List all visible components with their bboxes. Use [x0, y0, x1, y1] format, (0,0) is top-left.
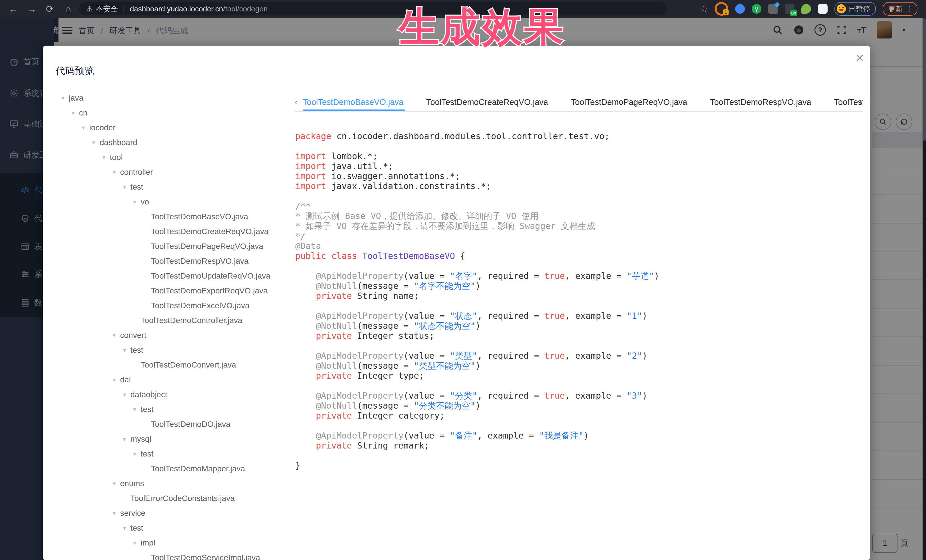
- tree-caret-icon[interactable]: ▾: [113, 376, 120, 383]
- tree-caret-icon[interactable]: ▾: [113, 332, 120, 339]
- tab-3[interactable]: ToolTestDemoRespVO.java: [699, 93, 823, 111]
- chrome-update-button[interactable]: 更新 ⋮: [883, 2, 917, 16]
- tree-folder[interactable]: ▾test: [61, 343, 289, 358]
- tree-folder[interactable]: ▾test: [61, 180, 289, 195]
- extension-icon-green[interactable]: y: [752, 4, 761, 14]
- tree-folder[interactable]: ▾test: [61, 521, 289, 536]
- tree-caret-icon[interactable]: ▾: [61, 95, 69, 101]
- code-line: @NotNull(message = "分类不能为空"): [295, 401, 860, 411]
- tree-folder[interactable]: ▾service: [61, 506, 289, 521]
- tree-caret-icon[interactable]: ▾: [103, 154, 110, 161]
- browser-forward-icon[interactable]: →: [24, 3, 39, 15]
- tree-label: dal: [120, 375, 131, 384]
- extension-icon-grid[interactable]: [768, 4, 778, 14]
- tab-1[interactable]: ToolTestDemoCreateReqVO.java: [415, 93, 560, 111]
- tabs-scroll-right-icon[interactable]: ›: [859, 97, 862, 107]
- tree-folder[interactable]: ▾dal: [61, 372, 289, 387]
- tree-folder[interactable]: ▾test: [61, 447, 289, 461]
- security-label[interactable]: 不安全: [95, 4, 118, 14]
- browser-back-icon[interactable]: ←: [6, 3, 21, 15]
- tree-file[interactable]: ▾ToolTestDemoRespVO.java: [61, 254, 289, 269]
- tree-folder[interactable]: ▾iocoder: [61, 120, 289, 135]
- code-line: * 如果子 VO 存在差异的字段，请不要添加到这里，影响 Swagger 文档生…: [295, 221, 860, 231]
- tree-caret-icon[interactable]: ▾: [72, 110, 79, 116]
- tree-caret-icon[interactable]: ▾: [123, 391, 130, 398]
- code-line: private Integer category;: [295, 411, 860, 421]
- tree-caret-icon[interactable]: ▾: [133, 406, 141, 413]
- tree-label: ToolTestDemoPageReqVO.java: [151, 242, 263, 251]
- scrollbar-thumb[interactable]: [923, 18, 926, 141]
- tree-file[interactable]: ▾ToolErrorCodeConstants.java: [61, 491, 289, 506]
- browser-scrollbar[interactable]: [923, 18, 926, 560]
- tree-file[interactable]: ▾ToolTestDemoBaseVO.java: [61, 209, 289, 224]
- address-bar[interactable]: ⚠ 不安全 dashboard.yudao.iocoder.cn/tool/co…: [79, 2, 667, 15]
- tree-caret-icon[interactable]: ▾: [113, 169, 120, 176]
- extension-icon-orange[interactable]: 1: [715, 2, 728, 16]
- tree-folder[interactable]: ▾java: [61, 91, 289, 106]
- tree-folder[interactable]: ▾test: [61, 402, 289, 417]
- code-line: @ApiModelProperty(value = "状态", required…: [295, 311, 860, 321]
- tree-file[interactable]: ▾ToolTestDemoPageReqVO.java: [61, 239, 289, 254]
- extension-icon-list[interactable]: on: [785, 4, 794, 14]
- tree-caret-icon[interactable]: ▾: [133, 539, 141, 546]
- tree-caret-icon[interactable]: ▾: [133, 198, 141, 205]
- code-line: package cn.iocoder.dashboard.modules.too…: [295, 131, 860, 141]
- code-line: private Integer type;: [295, 371, 860, 380]
- tree-folder[interactable]: ▾mysql: [61, 432, 289, 447]
- extension-icon-pin[interactable]: [735, 4, 745, 14]
- tree-label: enums: [120, 479, 144, 488]
- code-line: [295, 450, 860, 460]
- paused-profile-button[interactable]: 已暂停: [834, 2, 876, 16]
- tree-caret-icon[interactable]: ▾: [123, 436, 130, 442]
- tree-caret-icon[interactable]: ▾: [123, 525, 130, 531]
- code-line: public class ToolTestDemoBaseVO {: [295, 251, 860, 261]
- tree-folder[interactable]: ▾enums: [61, 476, 289, 491]
- code-line: @ApiModelProperty(value = "类型", required…: [295, 351, 860, 361]
- tree-caret-icon[interactable]: ▾: [113, 480, 120, 487]
- tree-file[interactable]: ▾ToolTestDemoMapper.java: [61, 461, 289, 476]
- extensions-puzzle-icon[interactable]: [818, 4, 828, 14]
- screenshot-root: ← → ⟳ ⌂ ⚠ 不安全 dashboard.yudao.iocoder.cn…: [0, 0, 926, 560]
- tab-2[interactable]: ToolTestDemoPageReqVO.java: [560, 93, 699, 111]
- tree-file[interactable]: ▾ToolTestDemoExcelVO.java: [61, 298, 289, 313]
- tree-folder[interactable]: ▾vo: [61, 195, 289, 209]
- tree-folder[interactable]: ▾dataobject: [61, 387, 289, 402]
- tree-folder[interactable]: ▾impl: [61, 536, 289, 550]
- tab-0[interactable]: ToolTestDemoBaseVO.java: [302, 93, 415, 111]
- tree-caret-icon[interactable]: ▾: [82, 124, 89, 131]
- tree-folder[interactable]: ▾tool: [61, 150, 289, 165]
- url-divider: [124, 5, 124, 13]
- extension-icon-plant[interactable]: [801, 4, 811, 14]
- code-line: @ApiModelProperty(value = "分类", required…: [295, 391, 860, 401]
- tree-folder[interactable]: ▾dashboard: [61, 135, 289, 150]
- tree-file[interactable]: ▾ToolTestDemoConvert.java: [61, 358, 289, 372]
- tree-caret-icon[interactable]: ▾: [123, 347, 130, 353]
- tree-file[interactable]: ▾ToolTestDemoController.java: [61, 313, 289, 328]
- code-line: [295, 421, 860, 430]
- tree-folder[interactable]: ▾cn: [61, 106, 289, 120]
- browser-menu-dots-icon[interactable]: ⋮: [906, 7, 914, 11]
- tree-label: test: [141, 449, 153, 459]
- code-viewer[interactable]: package cn.iocoder.dashboard.modules.too…: [295, 131, 860, 471]
- bookmark-star-icon[interactable]: ☆: [699, 3, 708, 14]
- close-icon[interactable]: ✕: [855, 53, 864, 64]
- code-line: */: [295, 231, 860, 241]
- tree-caret-icon[interactable]: ▾: [92, 139, 100, 146]
- tree-file[interactable]: ▾ToolTestDemoDO.java: [61, 417, 289, 432]
- tabs-scroll-left-icon[interactable]: ‹: [295, 93, 302, 111]
- tree-file[interactable]: ▾ToolTestDemoServiceImpl.java: [61, 550, 289, 560]
- tree-file[interactable]: ▾ToolTestDemoUpdateReqVO.java: [61, 269, 289, 284]
- tree-caret-icon[interactable]: ▾: [133, 450, 141, 457]
- tree-folder[interactable]: ▾controller: [61, 165, 289, 180]
- tab-4[interactable]: ToolTestDemoUpdateReqVO.java: [823, 93, 863, 111]
- browser-home-icon[interactable]: ⌂: [61, 3, 75, 15]
- tree-caret-icon[interactable]: ▾: [123, 184, 130, 190]
- tree-file[interactable]: ▾ToolTestDemoCreateReqVO.java: [61, 224, 289, 239]
- tree-file[interactable]: ▾ToolTestDemoExportReqVO.java: [61, 284, 289, 298]
- code-line: private String name;: [295, 291, 860, 301]
- tree-caret-icon[interactable]: ▾: [113, 510, 120, 517]
- code-line: }: [295, 460, 860, 471]
- browser-reload-icon[interactable]: ⟳: [43, 3, 57, 15]
- security-warning-icon[interactable]: ⚠: [86, 5, 93, 14]
- tree-folder[interactable]: ▾convert: [61, 328, 289, 343]
